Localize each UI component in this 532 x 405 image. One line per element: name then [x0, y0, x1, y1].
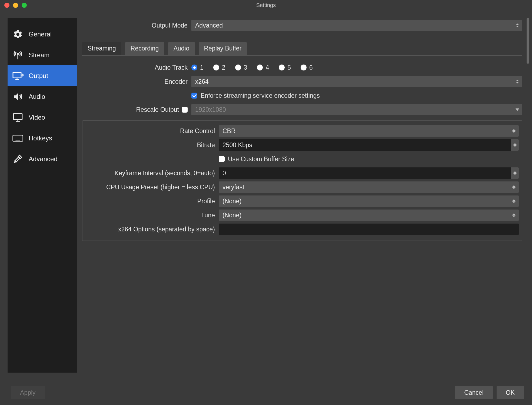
gear-icon	[11, 29, 24, 39]
button-label: OK	[506, 389, 515, 396]
tab-recording[interactable]: Recording	[125, 42, 164, 55]
rate-control-row: Rate Control CBR	[86, 125, 519, 137]
audio-track-row: Audio Track 1 2 3 4 5 6	[82, 62, 522, 73]
radio-icon	[301, 65, 307, 70]
audio-track-label: Audio Track	[82, 64, 188, 71]
chevron-down-icon	[515, 109, 520, 111]
enforce-encoder-row: Enforce streaming service encoder settin…	[82, 90, 522, 102]
ok-button[interactable]: OK	[497, 386, 524, 399]
sidebar-item-label: Output	[29, 72, 48, 80]
keyframe-interval-input[interactable]: 0	[219, 167, 519, 179]
audio-track-radio-1[interactable]: 1	[191, 64, 204, 71]
zoom-window-button[interactable]	[22, 3, 27, 8]
cancel-button[interactable]: Cancel	[455, 386, 493, 399]
bitrate-input[interactable]: 2500 Kbps	[219, 139, 519, 151]
audio-track-radio-5[interactable]: 5	[279, 64, 291, 71]
audio-track-radio-6[interactable]: 6	[301, 64, 313, 71]
spinner-buttons[interactable]	[511, 139, 519, 151]
output-mode-select[interactable]: Advanced	[191, 20, 522, 31]
tab-streaming[interactable]: Streaming	[82, 42, 121, 55]
cpu-preset-label: CPU Usage Preset (higher = less CPU)	[86, 184, 215, 191]
custom-buffer-label: Use Custom Buffer Size	[228, 156, 294, 163]
audio-track-radio-3[interactable]: 3	[235, 64, 247, 71]
encoder-settings-panel: Rate Control CBR Bitrate 2500 Kbps	[82, 120, 522, 241]
window-body: General Stream Output Audio	[0, 10, 532, 380]
rescale-output-checkbox[interactable]	[182, 107, 188, 113]
updown-icon	[511, 199, 517, 203]
monitor-output-icon	[11, 71, 24, 81]
bitrate-value: 2500 Kbps	[222, 141, 252, 149]
scrollbar[interactable]	[527, 18, 529, 64]
sidebar-item-label: Stream	[29, 51, 49, 59]
tune-select[interactable]: (None)	[219, 210, 519, 221]
encoder-select[interactable]: x264	[191, 76, 522, 87]
radio-label: 3	[244, 64, 247, 71]
enforce-encoder-label: Enforce streaming service encoder settin…	[201, 92, 320, 99]
encoder-label: Encoder	[82, 78, 188, 85]
tab-label: Audio	[174, 45, 189, 52]
tab-label: Streaming	[88, 45, 116, 52]
close-window-button[interactable]	[4, 3, 9, 8]
output-mode-label: Output Mode	[82, 22, 188, 29]
settings-window: Settings General Stream Output	[0, 0, 532, 405]
tab-audio[interactable]: Audio	[168, 42, 195, 55]
output-mode-row: Output Mode Advanced	[82, 19, 522, 31]
rate-control-select[interactable]: CBR	[219, 125, 519, 137]
audio-track-radio-group: 1 2 3 4 5 6	[191, 64, 313, 71]
bitrate-label: Bitrate	[86, 141, 215, 149]
radio-label: 1	[200, 64, 204, 71]
dialog-footer: Apply Cancel OK	[0, 380, 532, 405]
profile-row: Profile (None)	[86, 195, 519, 207]
tab-replay-buffer[interactable]: Replay Buffer	[199, 42, 247, 55]
rate-control-value: CBR	[222, 127, 236, 135]
sidebar-item-output[interactable]: Output	[8, 65, 77, 86]
profile-select[interactable]: (None)	[219, 195, 519, 207]
audio-track-radio-4[interactable]: 4	[257, 64, 269, 71]
keyframe-interval-value: 0	[222, 170, 226, 177]
sidebar-item-general[interactable]: General	[8, 24, 77, 45]
svg-rect-5	[14, 113, 22, 119]
audio-track-radio-2[interactable]: 2	[213, 64, 225, 71]
rate-control-label: Rate Control	[86, 127, 215, 135]
settings-sidebar: General Stream Output Audio	[8, 18, 77, 373]
enforce-encoder-checkbox[interactable]: Enforce streaming service encoder settin…	[191, 92, 320, 99]
minimize-window-button[interactable]	[13, 3, 18, 8]
cpu-preset-row: CPU Usage Preset (higher = less CPU) ver…	[86, 181, 519, 193]
radio-icon	[191, 65, 197, 70]
titlebar: Settings	[0, 0, 532, 10]
streaming-settings: Audio Track 1 2 3 4 5 6 Encoder x264	[82, 62, 522, 241]
radio-icon	[213, 65, 219, 70]
window-controls	[0, 3, 27, 8]
svg-rect-2	[13, 72, 21, 78]
sidebar-item-audio[interactable]: Audio	[8, 86, 77, 107]
radio-icon	[235, 65, 241, 70]
updown-icon	[511, 213, 517, 217]
tune-value: (None)	[222, 212, 241, 219]
button-label: Cancel	[464, 389, 484, 396]
updown-icon	[511, 129, 517, 133]
sidebar-item-stream[interactable]: Stream	[8, 45, 77, 65]
checkbox-icon	[191, 93, 197, 99]
rescale-output-value: 1920x1080	[195, 106, 226, 113]
cpu-preset-select[interactable]: veryfast	[219, 181, 519, 193]
sidebar-item-video[interactable]: Video	[8, 107, 77, 128]
updown-icon	[515, 80, 520, 83]
spinner-buttons[interactable]	[511, 167, 519, 179]
apply-button[interactable]: Apply	[11, 386, 45, 399]
rescale-output-select[interactable]: 1920x1080	[191, 104, 522, 115]
sidebar-item-advanced[interactable]: Advanced	[8, 148, 77, 169]
speaker-icon	[11, 92, 24, 102]
tab-label: Recording	[131, 45, 159, 52]
x264-options-input[interactable]	[219, 224, 519, 235]
radio-label: 4	[265, 64, 269, 71]
radio-label: 5	[287, 64, 291, 71]
sidebar-item-hotkeys[interactable]: Hotkeys	[8, 128, 77, 148]
x264-options-label: x264 Options (separated by space)	[86, 226, 215, 233]
updown-icon	[511, 185, 517, 189]
radio-label: 6	[309, 64, 313, 71]
antenna-icon	[11, 50, 24, 60]
custom-buffer-checkbox[interactable]: Use Custom Buffer Size	[219, 156, 294, 163]
window-title: Settings	[0, 2, 532, 8]
output-mode-value: Advanced	[195, 22, 223, 29]
x264-options-row: x264 Options (separated by space)	[86, 223, 519, 235]
